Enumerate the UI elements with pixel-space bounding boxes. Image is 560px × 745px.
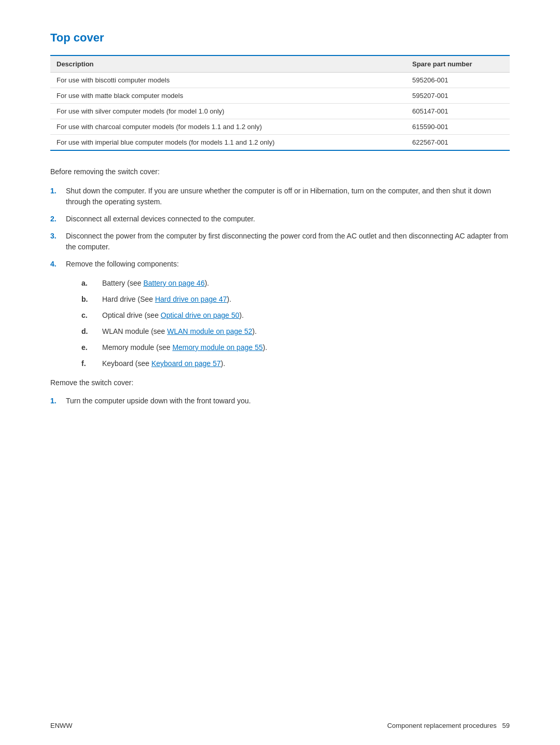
sub-item-label: c. bbox=[81, 310, 102, 321]
before-removing-intro: Before removing the switch cover: bbox=[50, 166, 510, 177]
sub-item-content: Hard drive (See Hard drive on page 47). bbox=[102, 294, 510, 305]
page-footer: ENWW Component replacement procedures 59 bbox=[0, 722, 560, 729]
sub-item-label: a. bbox=[81, 278, 102, 289]
footer-left: ENWW bbox=[50, 722, 73, 729]
sub-item-link[interactable]: WLAN module on page 52 bbox=[167, 327, 252, 335]
page-title: Top cover bbox=[50, 31, 510, 45]
table-row: For use with charcoal computer models (f… bbox=[50, 119, 510, 135]
sub-item-content: Battery (see Battery on page 46). bbox=[102, 278, 510, 289]
table-cell-part-number: 595207-001 bbox=[406, 88, 510, 104]
list-number: 3. bbox=[50, 231, 66, 252]
list-content: Remove the following components: bbox=[66, 259, 510, 270]
list-item: 1.Turn the computer upside down with the… bbox=[50, 396, 510, 406]
list-content: Disconnect all external devices connecte… bbox=[66, 214, 510, 224]
list-item: c.Optical drive (see Optical drive on pa… bbox=[81, 310, 510, 321]
sub-item-content: Memory module (see Memory module on page… bbox=[102, 342, 510, 353]
table-row: For use with imperial blue computer mode… bbox=[50, 135, 510, 151]
sub-item-link[interactable]: Battery on page 46 bbox=[143, 279, 204, 287]
remove-switch-cover-heading: Remove the switch cover: bbox=[50, 377, 510, 388]
table-cell-description: For use with silver computer models (for… bbox=[50, 104, 406, 119]
sub-item-label: d. bbox=[81, 326, 102, 337]
sub-item-label: e. bbox=[81, 342, 102, 353]
table-cell-description: For use with charcoal computer models (f… bbox=[50, 119, 406, 135]
list-item: b.Hard drive (See Hard drive on page 47)… bbox=[81, 294, 510, 305]
footer-right: Component replacement procedures 59 bbox=[387, 722, 510, 729]
list-item: f.Keyboard (see Keyboard on page 57). bbox=[81, 358, 510, 369]
table-header-description: Description bbox=[50, 55, 406, 73]
list-item: e.Memory module (see Memory module on pa… bbox=[81, 342, 510, 353]
table-row: For use with matte black computer models… bbox=[50, 88, 510, 104]
table-cell-description: For use with imperial blue computer mode… bbox=[50, 135, 406, 151]
sub-item-link[interactable]: Hard drive on page 47 bbox=[155, 295, 227, 303]
table-cell-description: For use with matte black computer models bbox=[50, 88, 406, 104]
sub-item-label: b. bbox=[81, 294, 102, 305]
list-item: 3.Disconnect the power from the computer… bbox=[50, 231, 510, 252]
list-item: 1.Shut down the computer. If you are uns… bbox=[50, 186, 510, 207]
list-item: a.Battery (see Battery on page 46). bbox=[81, 278, 510, 289]
before-steps-list: 1.Shut down the computer. If you are uns… bbox=[50, 186, 510, 270]
sub-item-link[interactable]: Keyboard on page 57 bbox=[151, 359, 221, 368]
table-cell-description: For use with biscotti computer models bbox=[50, 73, 406, 88]
table-cell-part-number: 622567-001 bbox=[406, 135, 510, 151]
table-cell-part-number: 595206-001 bbox=[406, 73, 510, 88]
list-number: 4. bbox=[50, 259, 66, 270]
list-content: Shut down the computer. If you are unsur… bbox=[66, 186, 510, 207]
table-cell-part-number: 615590-001 bbox=[406, 119, 510, 135]
list-item: 2.Disconnect all external devices connec… bbox=[50, 214, 510, 224]
sub-item-link[interactable]: Optical drive on page 50 bbox=[161, 311, 240, 319]
table-cell-part-number: 605147-001 bbox=[406, 104, 510, 119]
list-content: Turn the computer upside down with the f… bbox=[66, 396, 510, 406]
list-item: d.WLAN module (see WLAN module on page 5… bbox=[81, 326, 510, 337]
list-content: Disconnect the power from the computer b… bbox=[66, 231, 510, 252]
table-header-spare-part: Spare part number bbox=[406, 55, 510, 73]
list-item: 4.Remove the following components: bbox=[50, 259, 510, 270]
sub-item-content: WLAN module (see WLAN module on page 52)… bbox=[102, 326, 510, 337]
sub-item-content: Optical drive (see Optical drive on page… bbox=[102, 310, 510, 321]
sub-item-content: Keyboard (see Keyboard on page 57). bbox=[102, 358, 510, 369]
list-number: 1. bbox=[50, 186, 66, 207]
sub-items-list: a.Battery (see Battery on page 46).b.Har… bbox=[81, 278, 510, 369]
sub-item-label: f. bbox=[81, 358, 102, 369]
sub-item-link[interactable]: Memory module on page 55 bbox=[172, 343, 262, 352]
table-row: For use with biscotti computer models595… bbox=[50, 73, 510, 88]
parts-table: Description Spare part number For use wi… bbox=[50, 55, 510, 151]
remove-steps-list: 1.Turn the computer upside down with the… bbox=[50, 396, 510, 406]
list-number: 2. bbox=[50, 214, 66, 224]
list-number: 1. bbox=[50, 396, 66, 406]
table-row: For use with silver computer models (for… bbox=[50, 104, 510, 119]
